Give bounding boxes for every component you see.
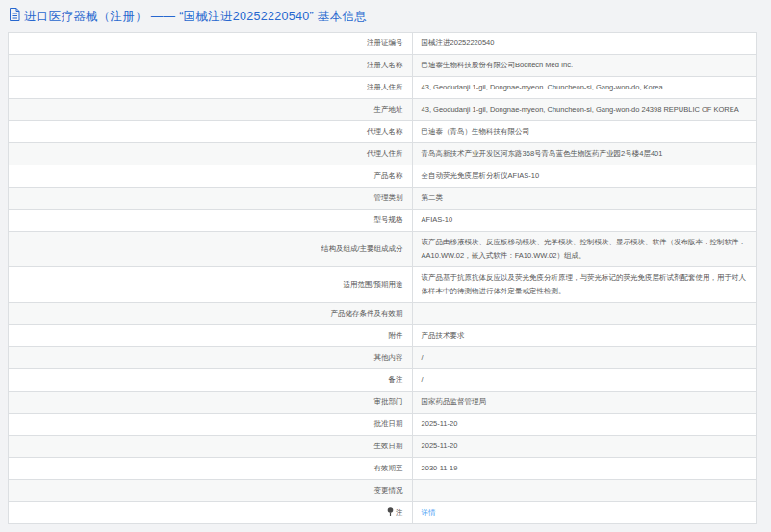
info-table: 注册证编号国械注进20252220540注册人名称巴迪泰生物科技股份有限公司Bo… <box>8 32 757 524</box>
table-row: 审批部门国家药品监督管理局 <box>9 392 757 414</box>
field-value: 该产品由移液模块、反应板移动模块、光学模块、控制模块、显示模块、软件（发布版本：… <box>412 232 756 267</box>
field-value: 国家药品监督管理局 <box>412 392 756 414</box>
field-label: 代理人名称 <box>9 121 413 143</box>
table-row: 生效日期2025-11-20 <box>9 436 757 458</box>
pin-icon <box>387 508 396 517</box>
field-value: 产品技术要求 <box>412 325 756 347</box>
page-header: 进口医疗器械（注册） —— “国械注进20252220540” 基本信息 <box>0 0 771 32</box>
field-label: 批准日期 <box>9 414 413 436</box>
field-value: 43, Geodudanji 1-gil, Dongnae-myeon, Chu… <box>412 99 756 121</box>
detail-link[interactable]: 详情 <box>422 508 436 517</box>
table-row: 生产地址43, Geodudanji 1-gil, Dongnae-myeon,… <box>9 99 757 121</box>
field-label: 其他内容 <box>9 347 413 369</box>
doc-icon <box>9 8 20 25</box>
table-row: 型号规格AFIAS-10 <box>9 210 757 232</box>
table-row: 适用范围/预期用途该产品基于抗原抗体反应以及荧光免疫分析原理，与荧光标记的荧光免… <box>9 267 757 303</box>
field-value: 2030-11-19 <box>412 458 756 480</box>
field-label: 有效期至 <box>9 458 413 480</box>
table-row: 批准日期2025-11-20 <box>9 414 757 436</box>
field-label: 管理类别 <box>9 188 413 210</box>
table-row: 变更情况 <box>9 480 757 502</box>
field-label: 变更情况 <box>9 480 413 502</box>
info-table-body: 注册证编号国械注进20252220540注册人名称巴迪泰生物科技股份有限公司Bo… <box>9 33 757 524</box>
field-value: 青岛高新技术产业开发区河东路368号青岛蓝色生物医药产业园2号楼4层401 <box>412 143 756 165</box>
table-row: 其他内容/ <box>9 347 757 369</box>
table-row: 注册证编号国械注进20252220540 <box>9 33 757 55</box>
field-value: 巴迪泰（青岛）生物科技有限公司 <box>412 121 756 143</box>
table-row: 产品储存条件及有效期 <box>9 303 757 325</box>
field-value: 全自动荧光免疫层析分析仪AFIAS-10 <box>412 165 756 188</box>
field-label: 代理人住所 <box>9 143 413 165</box>
field-label: 结构及组成/主要组成成分 <box>9 232 413 267</box>
field-value <box>412 480 756 502</box>
table-row: 结构及组成/主要组成成分该产品由移液模块、反应板移动模块、光学模块、控制模块、显… <box>9 232 757 267</box>
table-row: 管理类别第二类 <box>9 188 757 210</box>
field-value: 第二类 <box>412 188 756 210</box>
field-label: 适用范围/预期用途 <box>9 267 413 303</box>
field-label: 产品储存条件及有效期 <box>9 303 413 325</box>
field-label: 审批部门 <box>9 392 413 414</box>
field-label: 注册人名称 <box>9 55 413 77</box>
table-row: 产品名称全自动荧光免疫层析分析仪AFIAS-10 <box>9 165 757 188</box>
field-value: 2025-11-20 <box>412 436 756 458</box>
field-label: 型号规格 <box>9 210 413 232</box>
field-value: 该产品基于抗原抗体反应以及荧光免疫分析原理，与荧光标记的荧光免疫层析试剂配套使用… <box>412 267 756 303</box>
field-value: AFIAS-10 <box>412 210 756 232</box>
table-row: 备注/ <box>9 369 757 392</box>
field-label: 注 <box>9 502 413 524</box>
table-row: 附件产品技术要求 <box>9 325 757 347</box>
field-label: 附件 <box>9 325 413 347</box>
field-label: 注册人住所 <box>9 77 413 99</box>
field-label: 备注 <box>9 369 413 392</box>
field-value: / <box>412 369 756 392</box>
field-label: 注册证编号 <box>9 33 413 55</box>
page-title: 进口医疗器械（注册） —— “国械注进20252220540” 基本信息 <box>24 9 367 25</box>
field-value: 国械注进20252220540 <box>412 33 756 55</box>
table-row: 注详情 <box>9 502 757 524</box>
field-label: 生效日期 <box>9 436 413 458</box>
table-row: 代理人名称巴迪泰（青岛）生物科技有限公司 <box>9 121 757 143</box>
field-value: 详情 <box>412 502 756 524</box>
table-row: 代理人住所青岛高新技术产业开发区河东路368号青岛蓝色生物医药产业园2号楼4层4… <box>9 143 757 165</box>
field-value: 2025-11-20 <box>412 414 756 436</box>
field-value: / <box>412 347 756 369</box>
table-row: 有效期至2030-11-19 <box>9 458 757 480</box>
field-label: 产品名称 <box>9 165 413 188</box>
field-value: 43, Geodudanji 1-gil, Dongnae-myeon. Chu… <box>412 77 756 99</box>
field-value: 巴迪泰生物科技股份有限公司Boditech Med Inc. <box>412 55 756 77</box>
field-value <box>412 303 756 325</box>
table-row: 注册人名称巴迪泰生物科技股份有限公司Boditech Med Inc. <box>9 55 757 77</box>
field-label: 生产地址 <box>9 99 413 121</box>
table-row: 注册人住所43, Geodudanji 1-gil, Dongnae-myeon… <box>9 77 757 99</box>
